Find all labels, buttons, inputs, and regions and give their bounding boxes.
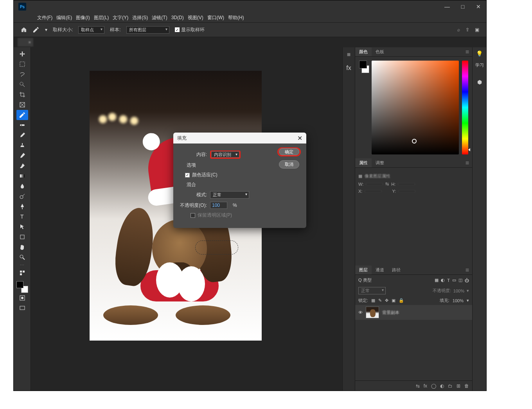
document-tab[interactable]: ×	[18, 38, 33, 47]
menu-select[interactable]: 选择(S)	[132, 14, 148, 21]
sample-size-select[interactable]: 取样点	[78, 26, 104, 34]
lock-artboard-icon[interactable]: ▣	[392, 298, 395, 303]
layer-mask-icon[interactable]: ◯	[431, 383, 436, 389]
window-maximize-button[interactable]: □	[455, 0, 471, 13]
cancel-button[interactable]: 取消	[279, 160, 299, 169]
link-icon[interactable]: ⇆	[385, 181, 389, 187]
tool-more[interactable]: ⋯	[16, 262, 28, 268]
color-swatches[interactable]	[16, 281, 28, 293]
filter-toggle-icon[interactable]: ⏻	[465, 278, 469, 283]
gradient-tool[interactable]	[16, 171, 28, 181]
marquee-tool[interactable]	[16, 59, 28, 69]
channels-panel-tab[interactable]: 通道	[372, 265, 388, 274]
canvas-area[interactable]: 填充 ✕ 确定 取消 内容: 内容识别 选项 ✓ 颜色适应(C)	[31, 47, 342, 391]
sample-from-select[interactable]: 所有图层	[126, 26, 169, 34]
visibility-eye-icon[interactable]: 👁	[358, 310, 363, 315]
menu-image[interactable]: 图像(I)	[76, 14, 90, 21]
properties-panel-tab[interactable]: 属性	[355, 158, 372, 167]
crop-tool[interactable]	[16, 90, 28, 100]
new-layer-icon[interactable]: ⊞	[457, 383, 460, 389]
fg-bg-chip[interactable]	[359, 61, 368, 154]
layer-row[interactable]: 👁 背景副本	[355, 305, 472, 320]
menu-filter[interactable]: 滤镜(T)	[152, 14, 167, 21]
layer-fill-value[interactable]: 100%	[453, 298, 464, 303]
home-icon[interactable]	[21, 27, 27, 33]
edit-toolbar-icon[interactable]	[16, 268, 28, 278]
filter-shape-icon[interactable]: ▭	[452, 278, 456, 283]
move-tool[interactable]	[16, 49, 28, 59]
color-field[interactable]	[372, 61, 459, 154]
lock-paint-icon[interactable]: ✎	[378, 298, 382, 303]
eyedropper-tool-icon[interactable]	[32, 26, 40, 33]
layers-panel-menu-icon[interactable]: ≡	[462, 267, 472, 274]
screenmode-icon[interactable]	[16, 303, 28, 313]
menu-layer[interactable]: 图层(L)	[94, 14, 109, 21]
share-icon[interactable]: ⇪	[466, 27, 469, 32]
height-field[interactable]	[398, 183, 415, 185]
history-panel-icon[interactable]: ≡	[347, 51, 350, 58]
eraser-tool[interactable]	[16, 161, 28, 171]
history-brush-tool[interactable]	[16, 151, 28, 161]
menu-3d[interactable]: 3D(D)	[171, 15, 184, 20]
layer-name[interactable]: 背景副本	[382, 310, 399, 316]
menu-edit[interactable]: 编辑(E)	[56, 14, 72, 21]
hand-tool[interactable]	[16, 242, 28, 252]
close-tab-icon[interactable]: ×	[29, 40, 31, 45]
dialog-close-icon[interactable]: ✕	[297, 135, 302, 142]
layer-opacity-value[interactable]: 100%	[453, 289, 464, 293]
clone-stamp-tool[interactable]	[16, 140, 28, 151]
lock-pos-icon[interactable]: ✥	[385, 298, 388, 303]
libraries-icon[interactable]: ⬢	[477, 79, 482, 85]
learn-label[interactable]: 学习	[475, 62, 484, 68]
healing-brush-tool[interactable]	[16, 120, 28, 130]
type-tool[interactable]: T	[16, 212, 28, 222]
ok-button[interactable]: 确定	[279, 148, 299, 155]
window-close-button[interactable]: ✕	[471, 0, 486, 13]
lock-trans-icon[interactable]: ▦	[371, 298, 375, 303]
blur-tool[interactable]	[16, 181, 28, 191]
layer-fx-icon[interactable]: fx	[424, 383, 427, 389]
adjustments-panel-tab[interactable]: 调整	[372, 158, 388, 167]
menu-file[interactable]: 文件(F)	[37, 14, 52, 21]
lock-all-icon[interactable]: 🔒	[399, 298, 404, 303]
menu-view[interactable]: 视图(V)	[188, 14, 203, 21]
link-layers-icon[interactable]: ⇆	[416, 383, 420, 389]
pen-tool[interactable]	[16, 201, 28, 212]
lasso-tool[interactable]	[16, 69, 28, 79]
actions-panel-icon[interactable]: fx	[346, 65, 351, 72]
color-adapt-checkbox[interactable]: ✓	[185, 173, 190, 178]
frame-tool[interactable]	[16, 100, 28, 110]
hue-slider[interactable]	[462, 61, 468, 154]
learn-icon[interactable]: 💡	[476, 50, 483, 57]
x-field[interactable]	[365, 190, 382, 192]
workspace-icon[interactable]: ▣	[475, 27, 479, 32]
menu-help[interactable]: 帮助(H)	[228, 14, 244, 21]
menu-type[interactable]: 文字(Y)	[113, 14, 128, 21]
zoom-tool[interactable]	[16, 252, 28, 262]
preserve-transparency-checkbox[interactable]	[191, 213, 195, 218]
eyedropper-tool[interactable]	[16, 110, 28, 120]
filter-smart-icon[interactable]: ◫	[458, 278, 462, 283]
layers-panel-tab[interactable]: 图层	[355, 265, 372, 274]
delete-layer-icon[interactable]: 🗑	[464, 383, 469, 389]
dodge-tool[interactable]	[16, 191, 28, 201]
show-sample-ring-checkbox[interactable]: ✓显示取样环	[175, 27, 205, 33]
blend-mode-select[interactable]: 正常	[210, 191, 249, 199]
brush-tool[interactable]	[16, 130, 28, 140]
dialog-title-bar[interactable]: 填充 ✕	[173, 133, 306, 144]
filter-pixel-icon[interactable]: ▦	[435, 278, 439, 283]
quick-select-tool[interactable]	[16, 79, 28, 90]
color-panel-tab[interactable]: 颜色	[355, 47, 372, 56]
filter-type-icon[interactable]: T	[447, 278, 450, 283]
new-adjust-icon[interactable]: ◐	[440, 383, 444, 389]
search-icon[interactable]: ⌕	[457, 27, 460, 32]
swatches-panel-tab[interactable]: 色板	[372, 47, 388, 56]
properties-panel-menu-icon[interactable]: ≡	[462, 160, 472, 167]
quickmask-icon[interactable]	[16, 293, 28, 303]
new-group-icon[interactable]: 🗀	[448, 383, 453, 389]
color-panel-menu-icon[interactable]: ≡	[462, 48, 472, 56]
path-select-tool[interactable]	[16, 222, 28, 232]
y-field[interactable]	[398, 190, 415, 192]
layer-thumbnail[interactable]	[366, 307, 379, 318]
filter-adjust-icon[interactable]: ◐	[441, 278, 445, 283]
